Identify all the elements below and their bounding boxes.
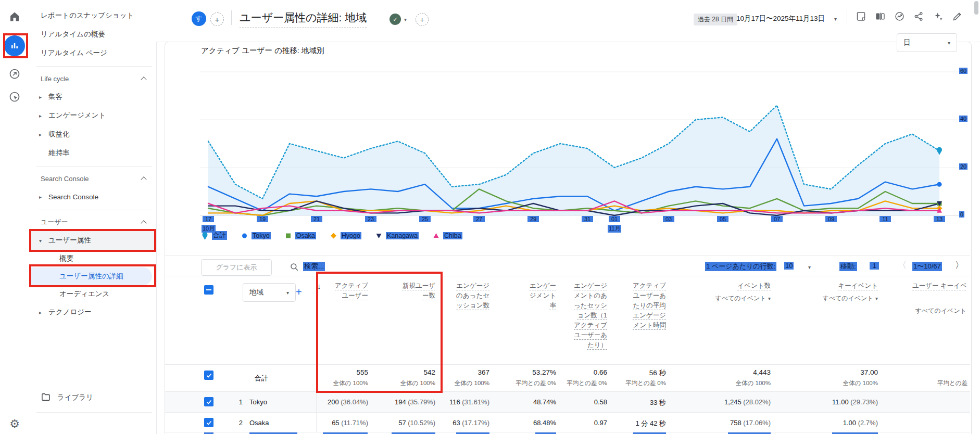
x-axis-tick: 07 [771, 216, 783, 222]
sidebar-item[interactable]: レポートのスナップショット [29, 6, 156, 25]
search-input[interactable]: 検索... [303, 262, 325, 271]
avatar[interactable]: す [192, 11, 206, 26]
totals-subtext: 平均との差 0% [937, 379, 968, 387]
date-range-value[interactable]: 10月17日〜2025年11月13日 [736, 14, 825, 23]
column-header[interactable]: イベント数すべてのイベント ▾ [693, 281, 771, 303]
legend-item[interactable]: Tokyo [241, 232, 271, 240]
date-range-caret-icon[interactable]: ▾ [834, 16, 837, 22]
x-axis-tick: 23 [365, 216, 376, 222]
show-on-chart-button[interactable]: グラフに表示 [201, 259, 272, 276]
sidebar-item[interactable]: ▸テクノロジー [29, 303, 156, 322]
chevron-down-icon: ▾ [286, 290, 289, 296]
sidebar-item[interactable]: ▾ユーザー属性 [29, 231, 156, 250]
sidebar-item[interactable]: リアルタイム ページ [29, 44, 156, 62]
sidebar-item[interactable]: オーディエンス [29, 285, 156, 303]
chart-interval-select[interactable]: 日▾ [897, 33, 957, 52]
sidebar-item[interactable]: リアルタイムの概要 [29, 25, 156, 44]
edit-icon[interactable] [951, 10, 963, 22]
legend-marker-circle-icon [241, 232, 248, 240]
report-saved-check-icon[interactable]: ✓ [390, 14, 401, 25]
x-axis-month-label: 11月 [608, 225, 621, 233]
sidebar-item[interactable]: 概要 [29, 250, 156, 267]
goto-page-input[interactable]: 1 [870, 262, 879, 270]
add-dimension-icon[interactable]: + [296, 286, 302, 298]
legend-item[interactable]: Osaka [284, 232, 316, 240]
legend-label: Hyogo [341, 232, 361, 239]
sidebar-divider [29, 206, 156, 213]
settings-gear-icon[interactable]: ⚙ [4, 413, 25, 434]
home-icon[interactable] [4, 6, 25, 27]
collapse-icon[interactable] [141, 220, 146, 226]
table-cell: 758 (17.06%) [687, 419, 771, 427]
row-checkbox[interactable] [204, 397, 213, 406]
legend-item[interactable]: 合計 [201, 231, 227, 240]
legend-item[interactable]: Kanagawa [375, 232, 419, 240]
notes-icon[interactable] [855, 10, 866, 22]
next-page-icon[interactable]: 〉 [955, 259, 964, 271]
add-comparison-icon[interactable]: + [210, 12, 224, 26]
sidebar-item[interactable]: 維持率 [29, 144, 156, 162]
y-axis-tick: 40 [959, 116, 968, 122]
section-label: ユーザー [41, 218, 68, 227]
column-divider [316, 278, 317, 432]
region-name: Tokyo [249, 398, 267, 406]
sort-descending-icon[interactable]: ↓ [317, 282, 321, 290]
sidebar-section-header[interactable]: ユーザー [29, 213, 156, 231]
collapse-icon[interactable] [141, 76, 146, 82]
reports-icon[interactable] [4, 35, 25, 56]
prev-page-icon[interactable]: 〈 [898, 259, 907, 271]
scrollbar-thumb[interactable] [974, 1, 978, 15]
column-header[interactable]: アクティブ ユーザーあたりの平均エンゲージメント時間 [632, 281, 666, 330]
select-all-checkbox[interactable] [204, 285, 213, 295]
add-metric-icon[interactable]: + [416, 13, 429, 26]
rows-per-page-value[interactable]: 10 [784, 262, 794, 270]
totals-subtext: 全体の 100% [800, 379, 878, 387]
row-checkbox[interactable] [204, 418, 213, 427]
library-folder-icon [41, 392, 51, 404]
column-header[interactable]: アクティブ ユーザー [329, 281, 368, 301]
sidebar-item[interactable]: ▸Search Console [29, 187, 156, 206]
advertising-icon[interactable] [4, 63, 25, 84]
dimension-select[interactable]: 地域▾ [243, 283, 296, 302]
metric-filter[interactable]: すべてのイベント ▾ [795, 294, 878, 303]
share-icon[interactable] [913, 10, 924, 22]
sidebar-item[interactable]: ▸収益化 [29, 125, 156, 144]
sparkle-insights-icon[interactable] [932, 10, 944, 22]
column-header[interactable]: 新規ユーザー数 [401, 281, 435, 301]
sidebar-item[interactable]: ユーザー属性の詳細 [29, 267, 152, 285]
totals-subtext: 平均との差 0% [588, 379, 666, 387]
metric-filter[interactable]: すべてのイベント ▾ [693, 294, 771, 303]
section-label: Search Console [41, 175, 89, 183]
metric-filter[interactable]: すべてのイベント [912, 307, 966, 315]
sidebar-section-header[interactable]: Search Console [29, 170, 156, 187]
y-axis-tick: 0 [959, 211, 964, 218]
column-header[interactable]: エンゲージのあったセッション数 [455, 281, 489, 311]
legend-item[interactable]: Hyogo [330, 232, 361, 240]
sidebar-item-library[interactable]: ライブラリ [29, 388, 156, 407]
collapse-icon[interactable] [141, 176, 146, 182]
search-icon [290, 262, 299, 274]
column-header[interactable]: エンゲージメント率 [529, 281, 556, 311]
region-name: Osaka [249, 419, 269, 427]
explore-icon[interactable] [4, 86, 25, 107]
active-users-line-chart[interactable] [200, 55, 965, 218]
sidebar-item[interactable]: ▸集客 [29, 87, 156, 106]
rows-per-page-caret-icon[interactable]: ▾ [808, 264, 811, 270]
column-header[interactable]: ユーザー キーイベント率すべてのイベント [912, 281, 966, 315]
totals-value: 56 秒 [588, 368, 666, 378]
legend-marker-triangle-down-icon [375, 232, 383, 240]
page-range: 1〜10/67 [912, 262, 942, 271]
column-header[interactable]: キーイベントすべてのイベント ▾ [795, 281, 878, 303]
report-state-caret-icon[interactable]: ▾ [404, 17, 407, 22]
legend-item[interactable]: Chiba [432, 232, 462, 240]
legend-marker-diamond-icon [330, 232, 337, 240]
insights-icon[interactable] [894, 10, 905, 22]
chevron-collapsed-icon: ▸ [37, 113, 43, 119]
sidebar-section-header[interactable]: Life cycle [29, 70, 156, 87]
column-header[interactable]: エンゲージメントのあったセッション数（1 アクティブ ユーザーあたり） [573, 281, 607, 350]
chart-title: アクティブ ユーザー の推移: 地域別 [201, 46, 324, 56]
row-checkbox[interactable] [204, 371, 213, 380]
compare-icon[interactable] [874, 10, 886, 22]
totals-subtext: 全体の 100% [290, 379, 368, 387]
sidebar-item[interactable]: ▸エンゲージメント [29, 106, 156, 125]
